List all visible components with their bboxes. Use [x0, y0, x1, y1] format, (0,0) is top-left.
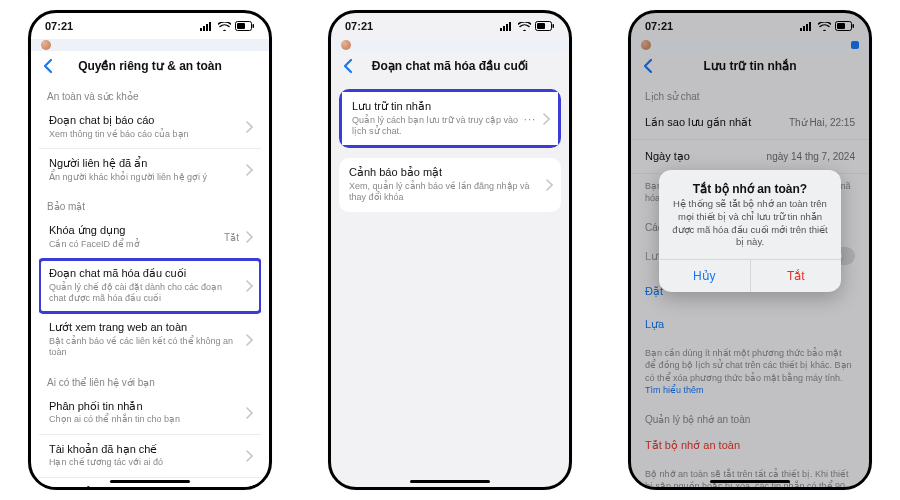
- row-title: Tài khoản đã chặn: [49, 486, 235, 488]
- row-title: Đoạn chat bị báo cáo: [49, 114, 235, 128]
- home-indicator[interactable]: [110, 480, 190, 483]
- row-subtitle: Xem, quản lý cảnh báo về lần đăng nhập v…: [349, 181, 535, 204]
- modal-body: Hệ thống sẽ tắt bộ nhớ an toàn trên mọi …: [659, 198, 841, 259]
- phone-e2ee-chats: 07:21 Đoạn chat mã hóa đầu cuối Lưu trữ …: [328, 10, 572, 490]
- battery-icon: [535, 21, 555, 31]
- signal-icon: [200, 22, 214, 31]
- page-title: Đoạn chat mã hóa đầu cuối: [372, 59, 528, 73]
- section-contact-header: Ai có thể liên hệ với bạn: [39, 367, 261, 392]
- row-hidden-contacts[interactable]: Người liên hệ đã ẩn Ẩn người khác khỏi n…: [39, 149, 261, 191]
- row-title: Khóa ứng dụng: [49, 224, 235, 238]
- page-header: Quyền riêng tư & an toàn: [31, 51, 269, 81]
- avatar: [41, 40, 51, 50]
- page-title: Quyền riêng tư & an toàn: [78, 59, 222, 73]
- row-app-lock[interactable]: Khóa ứng dụng Cần có FaceID để mở Tắt: [39, 216, 261, 259]
- home-indicator[interactable]: [710, 480, 790, 483]
- page-header: Đoạn chat mã hóa đầu cuối: [331, 51, 569, 81]
- row-safe-browsing[interactable]: Lướt xem trang web an toàn Bật cảnh báo …: [39, 313, 261, 366]
- battery-icon: [235, 21, 255, 31]
- modal-title: Tắt bộ nhớ an toàn?: [659, 170, 841, 198]
- status-bar: 07:21: [331, 13, 569, 39]
- confirm-modal: Tắt bộ nhớ an toàn? Hệ thống sẽ tắt bộ n…: [659, 170, 841, 292]
- row-message-delivery[interactable]: Phân phối tin nhắn Chọn ai có thể nhắn t…: [39, 392, 261, 435]
- status-time: 07:21: [345, 20, 373, 32]
- wifi-icon: [218, 22, 231, 31]
- modal-confirm-button[interactable]: Tắt: [751, 260, 842, 292]
- phone-privacy-safety: 07:21 Quyền riêng tư & an toàn An toàn v…: [28, 10, 272, 490]
- status-bar: 07:21: [31, 13, 269, 39]
- svg-rect-8: [503, 26, 505, 31]
- row-value: Tắt: [224, 232, 239, 243]
- scroll-content[interactable]: Lưu trữ tin nhắn Quản lý cách bạn lưu tr…: [331, 81, 569, 487]
- row-subtitle: Chọn ai có thể nhắn tin cho bạn: [49, 414, 235, 425]
- back-button[interactable]: [341, 57, 355, 75]
- row-subtitle: Xem thông tin về báo cáo của bạn: [49, 129, 235, 140]
- more-icon[interactable]: ···: [524, 113, 536, 125]
- row-subtitle: Hạn chế tương tác với ai đó: [49, 457, 235, 468]
- row-message-storage[interactable]: Lưu trữ tin nhắn Quản lý cách bạn lưu tr…: [342, 92, 558, 145]
- svg-rect-7: [500, 28, 502, 31]
- modal-cancel-button[interactable]: Hủy: [659, 260, 751, 292]
- wifi-icon: [518, 22, 531, 31]
- chevron-right-icon: [542, 113, 550, 125]
- svg-rect-13: [537, 23, 545, 29]
- status-time: 07:21: [45, 20, 73, 32]
- row-subtitle: Bật cảnh báo về các liên kết có thể khôn…: [49, 336, 235, 359]
- section-safety: Đoạn chat bị báo cáo Xem thông tin về bá…: [39, 106, 261, 191]
- svg-rect-2: [206, 24, 208, 31]
- row-title: Tài khoản đã hạn chế: [49, 443, 235, 457]
- row-title: Lướt xem trang web an toàn: [49, 321, 235, 335]
- svg-rect-0: [200, 28, 202, 31]
- chevron-right-icon: [245, 231, 253, 243]
- row-subtitle: Ẩn người khác khỏi người liên hệ gợi ý: [49, 172, 235, 183]
- nav-strip: [331, 39, 569, 51]
- home-indicator[interactable]: [410, 480, 490, 483]
- svg-rect-9: [506, 24, 508, 31]
- section-security-header: Bảo mật: [39, 191, 261, 216]
- row-title: Người liên hệ đã ẩn: [49, 157, 235, 171]
- row-title: Cảnh báo bảo mật: [349, 166, 535, 180]
- row-reported-chats[interactable]: Đoạn chat bị báo cáo Xem thông tin về bá…: [39, 106, 261, 149]
- row-subtitle: Quản lý chế độ cài đặt dành cho các đoạn…: [49, 282, 235, 305]
- chevron-right-icon: [245, 407, 253, 419]
- chevron-right-icon: [245, 164, 253, 176]
- modal-buttons: Hủy Tắt: [659, 259, 841, 292]
- row-title: Đoạn chat mã hóa đầu cuối: [49, 267, 235, 281]
- chevron-right-icon: [245, 450, 253, 462]
- svg-rect-3: [209, 22, 211, 31]
- nav-strip: [31, 39, 269, 51]
- svg-rect-10: [509, 22, 511, 31]
- svg-rect-1: [203, 26, 205, 31]
- row-title: Lưu trữ tin nhắn: [352, 100, 532, 114]
- svg-rect-6: [237, 23, 245, 29]
- chevron-right-icon: [245, 280, 253, 292]
- row-subtitle: Cần có FaceID để mở: [49, 239, 235, 250]
- row-restricted-accounts[interactable]: Tài khoản đã hạn chế Hạn chế tương tác v…: [39, 435, 261, 478]
- avatar: [341, 40, 351, 50]
- row-security-alerts[interactable]: Cảnh báo bảo mật Xem, quản lý cảnh báo v…: [339, 158, 561, 211]
- svg-rect-5: [253, 24, 255, 28]
- row-e2ee-chats[interactable]: Đoạn chat mã hóa đầu cuối Quản lý chế độ…: [39, 259, 261, 313]
- phone-message-storage: 07:21 Lưu trữ tin nhắn Lịch sử chat Lần …: [628, 10, 872, 490]
- row-title: Phân phối tin nhắn: [49, 400, 235, 414]
- signal-icon: [500, 22, 514, 31]
- svg-rect-12: [553, 24, 555, 28]
- section-safety-header: An toàn và sức khỏe: [39, 81, 261, 106]
- row-subtitle: Quản lý cách bạn lưu trữ và truy cập vào…: [352, 115, 532, 138]
- row-security-alerts-card: Cảnh báo bảo mật Xem, quản lý cảnh báo v…: [339, 158, 561, 211]
- scroll-content[interactable]: An toàn và sức khỏe Đoạn chat bị báo cáo…: [31, 81, 269, 487]
- chevron-right-icon: [545, 179, 553, 191]
- row-message-storage-card: Lưu trữ tin nhắn Quản lý cách bạn lưu tr…: [339, 89, 561, 148]
- chevron-right-icon: [245, 121, 253, 133]
- back-button[interactable]: [41, 57, 55, 75]
- section-contact: Phân phối tin nhắn Chọn ai có thể nhắn t…: [39, 392, 261, 488]
- section-security: Khóa ứng dụng Cần có FaceID để mở Tắt Đo…: [39, 216, 261, 367]
- chevron-right-icon: [245, 334, 253, 346]
